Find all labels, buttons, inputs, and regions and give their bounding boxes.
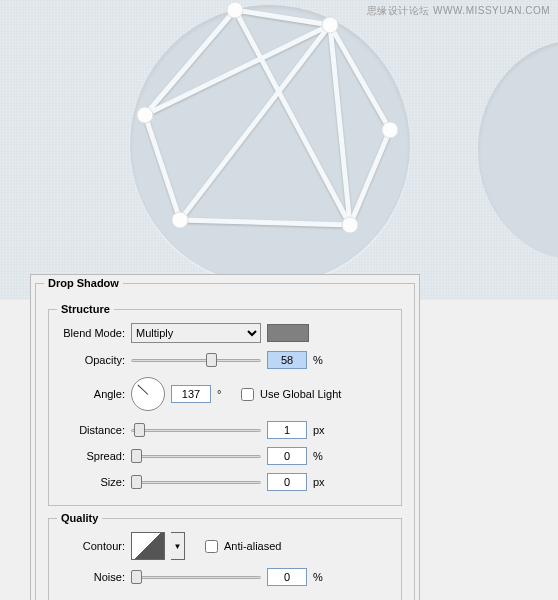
anti-aliased-checkbox[interactable] bbox=[205, 540, 218, 553]
spread-input[interactable] bbox=[267, 447, 307, 465]
angle-dial[interactable] bbox=[131, 377, 165, 411]
contour-label: Contour: bbox=[57, 540, 125, 552]
size-label: Size: bbox=[57, 476, 125, 488]
distance-slider[interactable] bbox=[131, 421, 261, 439]
quality-legend: Quality bbox=[57, 512, 102, 524]
blend-mode-label: Blend Mode: bbox=[57, 327, 125, 339]
contour-dropdown[interactable]: ▼ bbox=[171, 532, 185, 560]
size-slider[interactable] bbox=[131, 473, 261, 491]
svg-line-0 bbox=[235, 10, 330, 25]
svg-line-5 bbox=[145, 10, 235, 115]
svg-line-3 bbox=[180, 220, 350, 225]
distance-input[interactable] bbox=[267, 421, 307, 439]
size-unit: px bbox=[313, 476, 331, 488]
svg-point-13 bbox=[342, 217, 358, 233]
structure-legend: Structure bbox=[57, 303, 114, 315]
panel-title: Drop Shadow bbox=[44, 277, 123, 289]
size-input[interactable] bbox=[267, 473, 307, 491]
spread-label: Spread: bbox=[57, 450, 125, 462]
distance-label: Distance: bbox=[57, 424, 125, 436]
noise-input[interactable] bbox=[267, 568, 307, 586]
angle-unit: ° bbox=[217, 388, 235, 400]
design-circle-partial bbox=[478, 40, 558, 260]
spread-unit: % bbox=[313, 450, 331, 462]
anti-aliased-label: Anti-aliased bbox=[224, 540, 281, 552]
canvas-preview: 思缘设计论坛 WWW.MISSYUAN.COM bbox=[0, 0, 558, 300]
svg-line-4 bbox=[145, 115, 180, 220]
network-graphic bbox=[120, 0, 420, 290]
svg-line-7 bbox=[145, 25, 330, 115]
contour-preview[interactable] bbox=[131, 532, 165, 560]
noise-slider[interactable] bbox=[131, 568, 261, 586]
drop-shadow-group: Drop Shadow Structure Blend Mode: Multip… bbox=[35, 277, 415, 600]
drop-shadow-panel: Drop Shadow Structure Blend Mode: Multip… bbox=[30, 274, 420, 600]
svg-point-11 bbox=[322, 17, 338, 33]
global-light-checkbox[interactable] bbox=[241, 388, 254, 401]
svg-point-14 bbox=[172, 212, 188, 228]
noise-label: Noise: bbox=[57, 571, 125, 583]
global-light-label: Use Global Light bbox=[260, 388, 341, 400]
structure-group: Structure Blend Mode: Multiply Opacity: … bbox=[48, 303, 402, 506]
shadow-color-swatch[interactable] bbox=[267, 324, 309, 342]
opacity-unit: % bbox=[313, 354, 331, 366]
blend-mode-select[interactable]: Multiply bbox=[131, 323, 261, 343]
svg-line-2 bbox=[350, 130, 390, 225]
opacity-slider[interactable] bbox=[131, 351, 261, 369]
svg-point-15 bbox=[137, 107, 153, 123]
spread-slider[interactable] bbox=[131, 447, 261, 465]
svg-point-12 bbox=[382, 122, 398, 138]
svg-point-10 bbox=[227, 2, 243, 18]
noise-unit: % bbox=[313, 571, 331, 583]
opacity-input[interactable] bbox=[267, 351, 307, 369]
angle-label: Angle: bbox=[57, 388, 125, 400]
opacity-label: Opacity: bbox=[57, 354, 125, 366]
distance-unit: px bbox=[313, 424, 331, 436]
svg-line-6 bbox=[180, 25, 330, 220]
angle-input[interactable] bbox=[171, 385, 211, 403]
quality-group: Quality Contour: ▼ Anti-aliased Noise: % bbox=[48, 512, 402, 600]
